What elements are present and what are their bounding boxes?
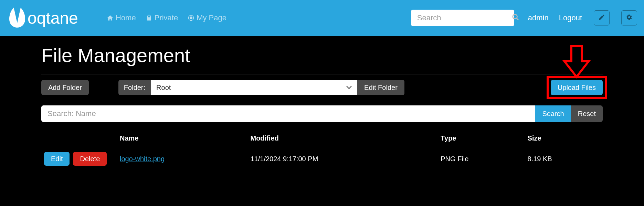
file-modified: 11/1/2024 9:17:00 PM [247,146,438,171]
col-size: Size [525,130,603,146]
nav-label: Home [116,13,136,22]
nav-label: My Page [197,13,226,22]
col-type: Type [438,130,525,146]
top-bar: oqtane Home Private My Page [0,0,644,36]
files-table: Name Modified Type Size Edit Delete logo… [41,130,603,171]
reset-button[interactable]: Reset [571,105,603,122]
brand-text: oqtane [28,9,78,27]
nav-mypage[interactable]: My Page [184,11,230,24]
pencil-icon [598,14,605,22]
global-search [411,10,514,26]
content: File Management Add Folder Folder: Root … [0,36,644,185]
logout-link[interactable]: Logout [559,13,582,22]
upload-files-button[interactable]: Upload Files [551,80,603,95]
top-nav: Home Private My Page [103,11,230,24]
folder-picker: Folder: Root Edit Folder [118,80,404,95]
lock-icon [146,14,152,21]
page-title: File Management [41,44,603,66]
gear-icon [626,14,633,22]
target-icon [188,14,194,21]
divider [41,74,603,74]
svg-point-2 [513,14,517,19]
edit-page-button[interactable] [594,10,610,25]
file-search-row: Search Reset [41,105,603,122]
folder-label: Folder: [124,84,151,92]
upload-wrap: Upload Files [551,80,603,95]
file-name-link[interactable]: logo-white.png [120,155,165,163]
nav-label: Private [155,13,178,22]
home-icon [107,14,114,21]
svg-point-1 [190,17,192,19]
nav-home[interactable]: Home [103,11,139,24]
user-name-link[interactable]: admin [528,13,549,22]
file-type: PNG File [438,146,525,171]
folder-select[interactable]: Root [151,80,357,95]
col-actions [41,130,117,146]
brand-logo[interactable]: oqtane [7,6,96,30]
file-size: 8.19 KB [525,146,603,171]
row-delete-button[interactable]: Delete [73,152,107,166]
edit-folder-button[interactable]: Edit Folder [357,80,404,95]
row-edit-button[interactable]: Edit [44,152,70,166]
col-name: Name [117,130,247,146]
user-area: admin Logout [528,10,637,25]
svg-line-3 [517,18,519,20]
col-modified: Modified [247,130,438,146]
search-button[interactable]: Search [535,105,571,122]
settings-button[interactable] [621,10,637,25]
table-row: Edit Delete logo-white.png 11/1/2024 9:1… [41,146,603,171]
search-input[interactable] [417,13,512,22]
add-folder-button[interactable]: Add Folder [41,80,89,95]
nav-private[interactable]: Private [142,11,181,24]
file-search-input[interactable] [41,105,535,122]
search-icon[interactable] [512,13,519,22]
folder-toolbar: Add Folder Folder: Root Edit Folder Uplo… [41,80,603,95]
